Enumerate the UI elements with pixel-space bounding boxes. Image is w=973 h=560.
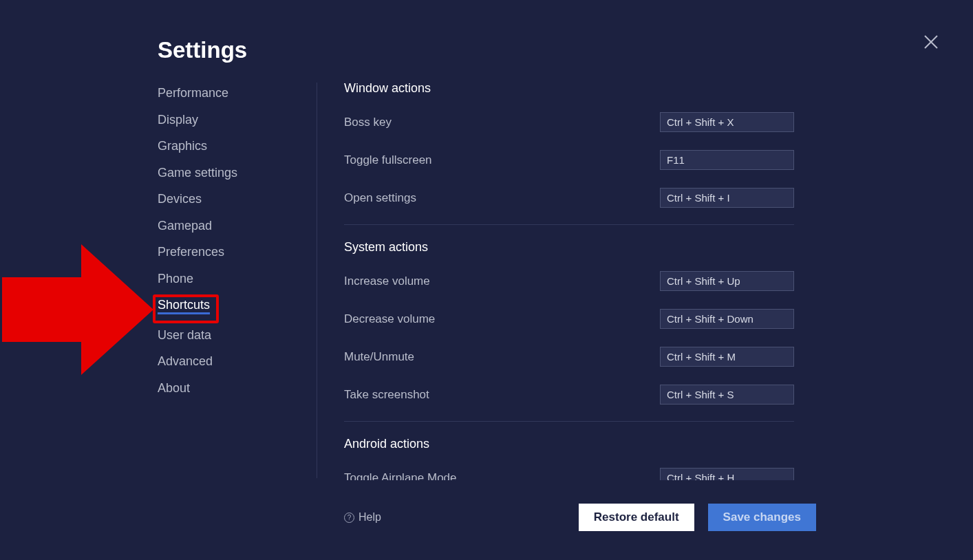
sidebar-item-display[interactable]: Display [158, 114, 295, 126]
sidebar-item-advanced[interactable]: Advanced [158, 355, 295, 367]
sidebar-item-preferences[interactable]: Preferences [158, 246, 295, 258]
shortcut-input-increase-volume[interactable] [660, 271, 794, 291]
shortcut-input-mute[interactable] [660, 347, 794, 367]
section-title-system-actions: System actions [344, 240, 794, 255]
shortcut-input-screenshot[interactable] [660, 385, 794, 405]
sidebar-item-phone[interactable]: Phone [158, 272, 295, 285]
shortcut-input-fullscreen[interactable] [660, 150, 794, 170]
annotation-arrow-icon [2, 244, 153, 375]
shortcut-label: Toggle Airplane Mode [344, 471, 457, 481]
shortcut-input-boss-key[interactable] [660, 112, 794, 132]
shortcut-label: Increase volume [344, 274, 430, 288]
sidebar-item-performance[interactable]: Performance [158, 87, 295, 99]
shortcut-row: Decrease volume [344, 309, 794, 329]
shortcut-row: Toggle Airplane Mode [344, 468, 794, 480]
shortcut-row: Boss key [344, 112, 794, 132]
save-changes-button[interactable]: Save changes [708, 504, 816, 531]
sidebar-item-user-data[interactable]: User data [158, 329, 295, 341]
svg-marker-0 [2, 244, 153, 375]
section-divider [344, 421, 794, 422]
shortcut-input-open-settings[interactable] [660, 188, 794, 208]
close-icon [923, 34, 939, 50]
shortcut-row: Mute/Unmute [344, 347, 794, 367]
section-divider [344, 224, 794, 225]
settings-footer: ? Help Restore default Save changes [344, 504, 816, 531]
shortcuts-panel: Window actions Boss key Toggle fullscree… [344, 81, 794, 480]
vertical-divider [317, 83, 317, 478]
shortcut-input-airplane[interactable] [660, 468, 794, 480]
shortcut-label: Open settings [344, 191, 416, 205]
shortcut-input-decrease-volume[interactable] [660, 309, 794, 329]
settings-sidebar: Performance Display Graphics Game settin… [158, 87, 295, 408]
help-link[interactable]: ? Help [344, 511, 381, 524]
page-title: Settings [158, 37, 247, 63]
shortcut-label: Boss key [344, 116, 392, 129]
help-label: Help [359, 511, 381, 524]
shortcut-row: Take screenshot [344, 385, 794, 405]
shortcut-label: Mute/Unmute [344, 350, 414, 364]
close-button[interactable] [923, 34, 939, 50]
shortcut-row: Toggle fullscreen [344, 150, 794, 170]
section-title-android-actions: Android actions [344, 437, 794, 451]
shortcut-row: Increase volume [344, 271, 794, 291]
help-icon: ? [344, 513, 354, 523]
sidebar-item-game-settings[interactable]: Game settings [158, 166, 295, 179]
sidebar-item-about[interactable]: About [158, 382, 295, 394]
shortcut-label: Decrease volume [344, 312, 435, 326]
shortcut-label: Take screenshot [344, 388, 429, 402]
shortcut-label: Toggle fullscreen [344, 153, 432, 167]
sidebar-item-gamepad[interactable]: Gamepad [158, 219, 295, 232]
shortcut-row: Open settings [344, 188, 794, 208]
sidebar-item-graphics[interactable]: Graphics [158, 140, 295, 152]
restore-default-button[interactable]: Restore default [579, 504, 694, 531]
sidebar-item-devices[interactable]: Devices [158, 193, 295, 205]
sidebar-item-shortcuts[interactable]: Shortcuts [158, 299, 210, 314]
section-title-window-actions: Window actions [344, 81, 794, 96]
